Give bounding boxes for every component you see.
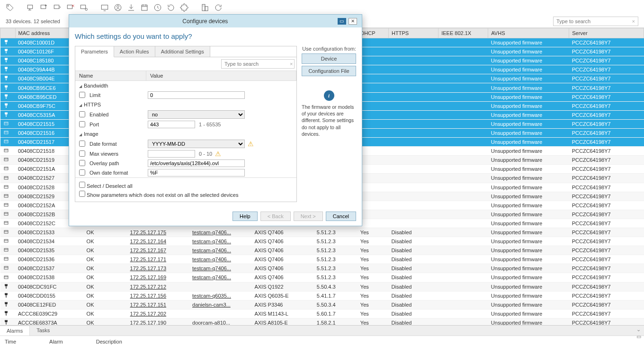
col-ieee[interactable]: IEEE 802.1X bbox=[438, 28, 488, 38]
table-row[interactable]: 00408CDC91FCOK172.25.127.212AXIS Q19225.… bbox=[0, 282, 644, 291]
cell-hostname[interactable]: testcam-q7406... bbox=[189, 255, 251, 264]
collapse-icon[interactable]: ⌄ bbox=[636, 327, 641, 333]
table-row[interactable]: 00408CD21538OK172.25.127.169testcam-q740… bbox=[0, 273, 644, 282]
col-server[interactable]: Server bbox=[569, 28, 644, 38]
cell-address[interactable]: 172.25.127.173 bbox=[127, 264, 189, 273]
monitor-remove-icon[interactable] bbox=[65, 2, 76, 13]
tab-alarms[interactable]: Alarms bbox=[0, 326, 30, 336]
clock-icon[interactable] bbox=[152, 2, 163, 13]
svg-rect-12 bbox=[202, 4, 205, 11]
table-row[interactable]: 00408CD21533OK172.25.127.175testcam-q740… bbox=[0, 228, 644, 237]
building-icon[interactable] bbox=[200, 2, 210, 13]
monitor-icon[interactable] bbox=[99, 2, 110, 13]
cell-https: Disabled bbox=[389, 246, 438, 255]
table-row[interactable]: 00408CD21536OK172.25.127.171testcam-q740… bbox=[0, 255, 644, 264]
global-search[interactable]: × bbox=[553, 17, 638, 26]
monitor-arrow-icon[interactable] bbox=[52, 2, 63, 13]
cell-hostname[interactable]: testcam-q7406... bbox=[189, 273, 251, 282]
group-https[interactable]: HTTPS bbox=[75, 100, 296, 109]
cell-hostname[interactable] bbox=[189, 282, 251, 291]
table-row[interactable]: 00408CE12FEDOK172.25.127.151danielsn-cam… bbox=[0, 300, 644, 309]
cell-address[interactable]: 172.25.127.151 bbox=[127, 300, 189, 309]
dialog-titlebar[interactable]: Configure devices ▭ ✕ bbox=[69, 15, 362, 27]
table-row[interactable]: 00408CD21534OK172.25.127.164testcam-q740… bbox=[0, 237, 644, 246]
param-search-input[interactable] bbox=[224, 61, 290, 67]
cell-server: PCCZC64198Y7 bbox=[569, 147, 644, 156]
cancel-button[interactable]: Cancel bbox=[326, 212, 356, 221]
refresh-icon[interactable] bbox=[213, 2, 224, 13]
port-input[interactable] bbox=[148, 121, 195, 128]
col-icon[interactable] bbox=[0, 28, 16, 38]
port-checkbox[interactable] bbox=[79, 121, 85, 127]
tab-additional-settings[interactable]: Additional Settings bbox=[155, 46, 210, 57]
close-icon[interactable]: ✕ bbox=[349, 18, 357, 25]
show-all-params-option[interactable]: Show parameters which does not exist on … bbox=[79, 190, 293, 199]
group-bandwidth[interactable]: Bandwidth bbox=[75, 81, 296, 90]
dateformat-select[interactable]: YYYY-MM-DD bbox=[148, 140, 245, 148]
device-button[interactable]: Device bbox=[302, 53, 356, 64]
limit-input[interactable] bbox=[148, 91, 245, 99]
enabled-select[interactable]: no bbox=[148, 110, 245, 119]
tab-tasks[interactable]: Tasks bbox=[30, 326, 56, 336]
cell-hostname[interactable]: testcam-q7406... bbox=[189, 237, 251, 246]
table-row[interactable]: 00408CD21537OK172.25.127.173testcam-q740… bbox=[0, 264, 644, 273]
col-avhs[interactable]: AVHS bbox=[488, 28, 569, 38]
help-button[interactable]: Help bbox=[233, 212, 258, 221]
svg-rect-4 bbox=[67, 5, 72, 9]
cell-hostname[interactable]: danielsn-cam3... bbox=[189, 300, 251, 309]
owndate-input[interactable] bbox=[148, 169, 245, 177]
cell-address[interactable]: 172.25.127.212 bbox=[127, 282, 189, 291]
tab-parameters[interactable]: Parameters bbox=[75, 46, 114, 57]
clear-search-icon[interactable]: × bbox=[632, 18, 635, 24]
overlaypath-checkbox[interactable] bbox=[79, 160, 85, 166]
config-file-button[interactable]: Configuration File bbox=[302, 66, 356, 76]
cell-hostname[interactable]: testcam-q6035... bbox=[189, 291, 251, 300]
cell-hostname[interactable]: testcam-q7406... bbox=[189, 228, 251, 237]
cell-hostname[interactable] bbox=[189, 309, 251, 318]
group-image[interactable]: Image bbox=[75, 129, 296, 139]
limit-checkbox[interactable] bbox=[79, 92, 85, 98]
cell-status: OK bbox=[84, 282, 127, 291]
tag-icon[interactable] bbox=[5, 2, 15, 13]
cell-hostname[interactable]: testcam-q7406... bbox=[189, 246, 251, 255]
cell-address[interactable]: 172.25.127.167 bbox=[127, 246, 189, 255]
main-toolbar bbox=[0, 0, 644, 15]
tab-action-rules[interactable]: Action Rules bbox=[114, 46, 155, 57]
dateformat-checkbox[interactable] bbox=[79, 141, 85, 147]
table-row[interactable]: 00408CDD0155OK172.25.127.156testcam-q603… bbox=[0, 291, 644, 300]
svg-rect-28 bbox=[4, 248, 8, 251]
param-list[interactable]: Bandwidth Limit HTTPS Enabled no Po bbox=[75, 81, 296, 177]
assign-ip-icon[interactable] bbox=[26, 2, 36, 13]
cell-address[interactable]: 172.25.127.202 bbox=[127, 309, 189, 318]
cell-hostname[interactable]: doorcam-a810... bbox=[189, 318, 251, 325]
col-https[interactable]: HTTPS bbox=[389, 28, 438, 38]
search-input[interactable] bbox=[556, 18, 627, 24]
table-row[interactable]: ACCC8E68373AOK172.25.127.190doorcam-a810… bbox=[0, 318, 644, 325]
enabled-checkbox[interactable] bbox=[79, 111, 85, 117]
cell-address[interactable]: 172.25.127.169 bbox=[127, 273, 189, 282]
select-all-option[interactable]: Select / Deselect all bbox=[79, 181, 293, 190]
overlaypath-input[interactable] bbox=[148, 159, 245, 167]
cell-address[interactable]: 172.25.127.171 bbox=[127, 255, 189, 264]
cell-address[interactable]: 172.25.127.156 bbox=[127, 291, 189, 300]
clear-param-search-icon[interactable]: × bbox=[290, 61, 293, 67]
owndate-checkbox[interactable] bbox=[79, 169, 85, 176]
download-icon[interactable] bbox=[126, 2, 136, 13]
maxviewers-input[interactable] bbox=[148, 150, 195, 158]
table-row[interactable]: ACCC8E039C29OK172.25.127.202AXIS M1143-L… bbox=[0, 309, 644, 318]
minimize-icon[interactable]: ▭ bbox=[338, 18, 346, 25]
monitor-settings-icon[interactable] bbox=[79, 2, 89, 13]
monitor-add-icon[interactable] bbox=[39, 2, 49, 13]
maxviewers-checkbox[interactable] bbox=[79, 150, 85, 157]
param-search[interactable]: × bbox=[221, 59, 295, 69]
cell-address[interactable]: 172.25.127.164 bbox=[127, 237, 189, 246]
table-row[interactable]: 00408CD21535OK172.25.127.167testcam-q740… bbox=[0, 246, 644, 255]
restart-icon[interactable] bbox=[166, 2, 176, 13]
cell-address[interactable]: 172.25.127.175 bbox=[127, 228, 189, 237]
user-icon[interactable] bbox=[113, 2, 123, 13]
cell-address[interactable]: 172.25.127.190 bbox=[127, 318, 189, 325]
close-panel-icon[interactable]: ▭ bbox=[636, 334, 641, 340]
calendar-icon[interactable] bbox=[139, 2, 150, 13]
cell-hostname[interactable]: testcam-q7406... bbox=[189, 264, 251, 273]
puzzle-icon[interactable] bbox=[179, 2, 189, 13]
